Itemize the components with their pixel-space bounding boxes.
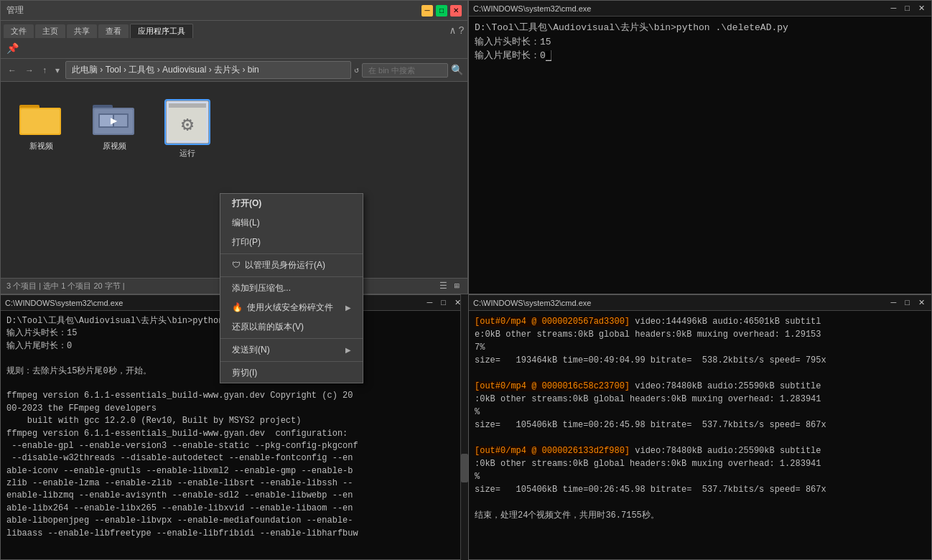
search-icon: 🔍	[451, 64, 463, 76]
view-list-btn[interactable]: ☰	[437, 280, 449, 292]
cmd-tr-minimize[interactable]: ─	[889, 4, 899, 13]
search-input[interactable]	[362, 63, 448, 78]
context-menu: 打开(O) 编辑(L) 打印(P) 🛡以管理员身份运行(A) 添加到压缩包...…	[220, 193, 363, 383]
address-bar: ← → ↑ ▾ 此电脑 › Tool › 工具包 › Audiovisual ›…	[1, 59, 467, 82]
folder-xvideo-icon	[19, 101, 62, 136]
maximize-button[interactable]: □	[436, 5, 447, 17]
context-menu-sep3	[220, 338, 363, 339]
cmd-top-right: C:\WINDOWS\system32\cmd.exe ─ □ ✕ D:\Too…	[468, 0, 932, 294]
cmd-tr-maximize[interactable]: □	[903, 4, 912, 13]
folder-yvideo-icon: ▶	[93, 101, 136, 136]
minimize-button[interactable]: ─	[421, 5, 433, 17]
cmd-br-maximize[interactable]: □	[903, 298, 912, 307]
context-menu-print[interactable]: 打印(P)	[220, 233, 363, 252]
context-menu-runas[interactable]: 🛡以管理员身份运行(A)	[220, 256, 363, 275]
cmd-bl-scrollbar[interactable]	[460, 294, 468, 560]
folder-yvideo[interactable]: ▶ 原视频	[88, 96, 140, 156]
gear-file-icon: ⚙ ⚙	[169, 103, 206, 141]
ribbon-tabs: 文件 主页 共享 查看 应用程序工具 ∧ ?	[1, 21, 467, 38]
folder-xvideo-label: 新视频	[29, 141, 53, 151]
sendto-submenu-arrow: ▶	[345, 346, 351, 354]
tab-tools[interactable]: 应用程序工具	[130, 24, 193, 38]
status-view-icons: ☰ ⊞	[437, 280, 462, 292]
svg-text:▶: ▶	[111, 116, 118, 126]
folder-yvideo-label: 原视频	[103, 141, 126, 151]
view-grid-btn[interactable]: ⊞	[452, 280, 462, 292]
context-menu-addzip[interactable]: 添加到压缩包...	[220, 279, 363, 298]
file-area: 新视频 ▶ 原视频 ⚙ ⚙	[1, 82, 467, 278]
titlebar-controls: ─ □ ✕	[421, 5, 462, 17]
shred-submenu-arrow: ▶	[345, 304, 351, 312]
forward-button[interactable]: →	[22, 64, 37, 77]
context-menu-restore[interactable]: 还原以前的版本(V)	[220, 317, 363, 337]
script-file-run[interactable]: ⚙ ⚙ 运行	[162, 96, 213, 163]
cmd-bottom-right-controls: ─ □ ✕	[889, 298, 927, 307]
cmd-top-right-content: D:\Tool\工具包\Audiovisual\去片头\bin>python .…	[469, 17, 931, 294]
cmd-tr-close[interactable]: ✕	[916, 4, 927, 13]
cmd-br-close[interactable]: ✕	[916, 298, 927, 307]
context-menu-shred[interactable]: 🔥使用火绒安全粉碎文件 ▶	[220, 298, 363, 317]
recent-button[interactable]: ▾	[52, 64, 62, 77]
tab-view[interactable]: 查看	[98, 24, 129, 38]
ribbon: 文件 主页 共享 查看 应用程序工具 ∧ ? 📌	[1, 21, 467, 59]
context-menu-edit[interactable]: 编辑(L)	[220, 213, 363, 233]
cmd-bottom-right-title: C:\WINDOWS\system32\cmd.exe	[473, 299, 591, 307]
context-menu-sendto[interactable]: 发送到(N) ▶	[220, 340, 363, 360]
script-file-run-label: 运行	[180, 148, 195, 159]
cmd-top-right-title: C:\WINDOWS\system32\cmd.exe	[473, 4, 591, 13]
cmd-bottom-right-titlebar: C:\WINDOWS\system32\cmd.exe ─ □ ✕	[469, 295, 931, 311]
address-path[interactable]: 此电脑 › Tool › 工具包 › Audiovisual › 去片头 › b…	[65, 61, 351, 79]
close-button[interactable]: ✕	[450, 5, 462, 17]
back-button[interactable]: ←	[5, 64, 19, 77]
cmd-top-right-controls: ─ □ ✕	[889, 4, 927, 13]
tab-share[interactable]: 共享	[67, 24, 97, 38]
tab-file[interactable]: 文件	[4, 24, 34, 38]
folder-xvideo[interactable]: 新视频	[15, 96, 67, 156]
file-explorer-window: 管理 ─ □ ✕ 文件 主页 共享 查看 应用程序工具 ∧ ? 📌 ← → ↑ …	[0, 0, 468, 294]
context-menu-cut[interactable]: 剪切(I)	[220, 363, 363, 383]
address-refresh-btn[interactable]: ↺	[354, 65, 359, 75]
svg-rect-13	[169, 103, 206, 108]
file-explorer-title: 管理	[6, 4, 24, 17]
ribbon-collapse-btn[interactable]: ∧	[449, 24, 455, 37]
cmd-bottom-right: C:\WINDOWS\system32\cmd.exe ─ □ ✕ [out#0…	[468, 294, 932, 560]
cmd-bottom-right-content: [out#0/mp4 @ 0000020567ad3300] video:144…	[469, 311, 931, 559]
tab-home[interactable]: 主页	[35, 24, 65, 38]
ribbon-toolbar: 📌	[1, 38, 467, 58]
cmd-bottom-left-title: C:\WINDOWS\system32\cmd.exe	[5, 299, 123, 307]
context-menu-sep1	[220, 253, 363, 254]
status-text: 3 个项目 | 选中 1 个项目 20 字节 |	[6, 281, 125, 291]
file-explorer-titlebar: 管理 ─ □ ✕	[1, 1, 467, 21]
cmd-bl-minimize[interactable]: ─	[425, 298, 435, 307]
ribbon-help-btn[interactable]: ?	[459, 25, 465, 37]
pinned-icon: 📌	[6, 42, 19, 54]
cmd-top-right-text: D:\Tool\工具包\Audiovisual\去片头\bin>python .…	[475, 21, 926, 63]
cmd-bottom-right-text: [out#0/mp4 @ 0000020567ad3300] video:144…	[475, 315, 926, 522]
script-icon: ⚙ ⚙	[166, 101, 209, 144]
up-button[interactable]: ↑	[39, 64, 50, 77]
svg-rect-3	[21, 109, 60, 134]
cmd-br-minimize[interactable]: ─	[889, 298, 899, 307]
context-menu-open[interactable]: 打开(O)	[220, 194, 363, 213]
cmd-top-right-titlebar: C:\WINDOWS\system32\cmd.exe ─ □ ✕	[469, 1, 931, 17]
context-menu-sep4	[220, 361, 363, 362]
context-menu-sep2	[220, 276, 363, 277]
cmd-bl-maximize[interactable]: □	[439, 298, 448, 307]
cmd-bottom-left-controls: ─ □ ✕	[425, 298, 463, 307]
svg-text:⚙: ⚙	[182, 114, 194, 136]
cmd-bl-scrollthumb[interactable]	[461, 454, 468, 482]
